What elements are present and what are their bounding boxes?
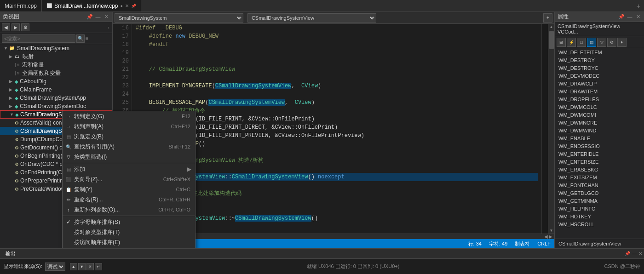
prop-minimize-icon[interactable]: —	[627, 14, 633, 20]
prop-wm-dropfiles[interactable]: WM_DROPFILES	[555, 95, 644, 103]
prop-events-btn[interactable]: ⚡	[567, 38, 576, 47]
method-icon-cview2: ⚙	[15, 129, 19, 134]
vertical-scrollbar[interactable]: ▲ ▼	[548, 24, 554, 234]
ctx-group-type[interactable]: 按对象类型分组(U)	[63, 247, 195, 248]
class-search-input[interactable]	[2, 34, 75, 43]
prop-wm-erasebkg[interactable]: WM_ERASEBKG	[555, 166, 644, 173]
ctx-rename[interactable]: ✏ 重命名(R)... Ctrl+R, Ctrl+R	[63, 194, 195, 205]
bottom-panel: 输出 📌 — ✕ 显示输出来源(S): 调试 ▲ ▼ ✕ ↵ 就绪 UX	[0, 248, 644, 274]
prop-subtitle-text: CSmallDrawingSystemView VCCod...	[558, 23, 620, 34]
prop-wm-hotkey[interactable]: WM_HOTKEY	[555, 212, 644, 220]
prop-wm-enteridle[interactable]: WM_ENTERIDLE	[555, 150, 644, 158]
nav-next-btn[interactable]: ▶	[549, 234, 552, 239]
tab-systemview[interactable]: ⬜ SmallDrawi...temView.cpp ● ✕ 📌	[42, 0, 141, 11]
prop-wm-dwmcomi[interactable]: WM_DWMCOMI	[555, 111, 644, 119]
class-dropdown[interactable]: SmallDrawingSystem	[115, 13, 243, 23]
prop-grid-btn[interactable]: ⊞	[557, 38, 566, 47]
scroll-up-btn[interactable]: ▲	[549, 24, 554, 30]
settings-btn[interactable]: ⚙	[21, 23, 29, 31]
prop-wm-helpinfo[interactable]: WM_HELPINFO	[555, 205, 644, 212]
ctx-browse-def[interactable]: ▤ 浏览定义(B)	[63, 131, 195, 142]
source-select[interactable]: 调试	[45, 263, 65, 271]
ctx-shortcut-copy: Ctrl+C	[176, 187, 190, 192]
scroll-thumb[interactable]	[549, 31, 554, 49]
prop-wm-dwmcolc[interactable]: WM_DWMCOLC	[555, 103, 644, 111]
ctx-find-refs[interactable]: 🔍 查找所有引用(A) Shift+F12	[63, 142, 195, 152]
prop-wm-dwmwind[interactable]: WM_DWMWIND	[555, 126, 644, 134]
prop-wm-deleteitem[interactable]: WM_DELETEITEM	[555, 48, 644, 56]
ctx-wizard[interactable]: ⬛ 类向导(Z)... Ctrl+Shift+X	[63, 174, 195, 184]
bottom-close-icon[interactable]: ✕	[638, 251, 642, 256]
editor-btn-1[interactable]: +	[543, 13, 552, 23]
prop-wm-destroyc[interactable]: WM_DESTROYC	[555, 64, 644, 72]
prop-wm-destroy[interactable]: WM_DESTROY	[555, 56, 644, 64]
ctx-sort-type[interactable]: 按对象类型排序(T)	[63, 227, 195, 237]
source-wrap-btn[interactable]: ↵	[95, 263, 102, 270]
prop-wm-drawclip[interactable]: WM_DRAWCLIP	[555, 80, 644, 87]
prop-wm-drawitem[interactable]: WM_DRAWITEM	[555, 87, 644, 95]
tree-item-cabout[interactable]: ▶ ◆ CAboutDlg	[0, 77, 112, 86]
file-icon: ⬜	[46, 3, 52, 8]
ln-22: 22	[115, 74, 129, 82]
prop-wm-getminma[interactable]: WM_GETMINMA	[555, 197, 644, 205]
ctx-sort-access[interactable]: 按访问顺序排序(E)	[63, 237, 195, 247]
prop-wm-hscroll[interactable]: WM_HSCROLL	[555, 220, 644, 228]
ctx-shortcut-goto-def: F12	[182, 114, 190, 119]
prop-wm-enable[interactable]: WM_ENABLE	[555, 134, 644, 142]
ln-17: 17	[115, 32, 129, 40]
prop-filter-btn[interactable]: ▽	[597, 38, 606, 47]
ctx-goto-def[interactable]: → 转到定义(G) F12	[63, 111, 195, 121]
prop-close-icon[interactable]: ✕	[635, 14, 641, 20]
minimize-icon[interactable]: —	[95, 14, 101, 20]
ctx-copy[interactable]: 📋 复制(Y) Ctrl+C	[63, 184, 195, 194]
ctx-add[interactable]: ▤ 添加 ▶	[63, 164, 195, 174]
filter-icon[interactable]: ≡	[86, 36, 88, 41]
tree-item-globals[interactable]: |◾ 全局函数和变量	[0, 69, 112, 77]
back-btn[interactable]: ◀	[2, 23, 10, 31]
prop-wm-devmodec[interactable]: WM_DEVMODEC	[555, 72, 644, 80]
prop-vars-btn[interactable]: □	[577, 38, 586, 47]
prop-wm-endsessio[interactable]: WM_ENDSESSIO	[555, 142, 644, 150]
prop-wm-dwmncre[interactable]: WM_DWMNCRE	[555, 119, 644, 126]
tree-item-map[interactable]: ▶ 🗂 映射	[0, 52, 112, 61]
pin-icon[interactable]: 📌	[86, 14, 93, 20]
tab-output[interactable]: 输出	[2, 250, 19, 257]
ctx-filter[interactable]: ▽ 按类型筛选(I)	[63, 152, 195, 162]
tree-item-root[interactable]: ▼ 📁 SmallDrawingSystem	[0, 44, 112, 52]
tree-item-cdoc[interactable]: ▶ ◆ CSmallDrawingSystemDoc	[0, 102, 112, 110]
search-btn[interactable]: 🔍	[76, 34, 85, 43]
prop-methods-btn[interactable]: ▤	[587, 38, 596, 47]
prop-pin-icon[interactable]: 📌	[618, 14, 625, 20]
prop-wm-entersize[interactable]: WM_ENTERSIZE	[555, 158, 644, 166]
code-line-34: CSmallDrawingSystemView::CSmallDrawingSy…	[136, 173, 538, 181]
ctx-goto-decl[interactable]: → 转到声明(A) Ctrl+F12	[63, 121, 195, 131]
source-up-btn[interactable]: ▲	[70, 263, 77, 270]
tab-pin-icon[interactable]: 📌	[131, 4, 136, 8]
source-down-btn[interactable]: ▼	[78, 263, 86, 270]
prop-titlebar-icons: 📌 — ✕	[618, 14, 641, 20]
nav-prev-btn[interactable]: ◀	[544, 234, 548, 239]
source-clear-btn[interactable]: ✕	[86, 263, 94, 270]
new-tab-btn[interactable]: +	[635, 2, 642, 10]
prop-wm-fontchan[interactable]: WM_FONTCHAN	[555, 181, 644, 189]
bottom-pin-icon[interactable]: 📌	[625, 251, 630, 256]
tab-close-btn[interactable]: ✕	[125, 3, 129, 8]
map-icon: 🗂	[15, 54, 21, 59]
prop-settings-btn[interactable]: ⚙	[607, 38, 616, 47]
ctx-sep-1	[63, 163, 195, 163]
tree-item-capp[interactable]: ▶ ◆ CSmallDrawingSystemApp	[0, 94, 112, 102]
prop-wm-exitsizem[interactable]: WM_EXITSIZEM	[555, 173, 644, 181]
forward-btn[interactable]: ▶	[12, 23, 20, 31]
prop-extra-btn[interactable]: ✦	[617, 38, 627, 47]
tab-mainfrm[interactable]: MainFrm.cpp	[0, 0, 42, 11]
method-dropdown[interactable]: CSmallDrawingSystemView	[247, 13, 376, 23]
method-icon-onprepare: ⚙	[15, 178, 19, 183]
scroll-down-btn[interactable]: ▼	[549, 228, 554, 234]
ctx-reorder[interactable]: ↕ 重新排列参数(O)... Ctrl+R, Ctrl+O	[63, 205, 195, 215]
bottom-minimize-icon[interactable]: —	[632, 251, 637, 256]
tree-item-cmain[interactable]: ▶ ◆ CMainFrame	[0, 86, 112, 94]
close-icon[interactable]: ✕	[103, 14, 109, 20]
ctx-sort-alpha[interactable]: ✓ 按字母顺序排序(S)	[63, 217, 195, 227]
tree-item-macros[interactable]: |◾ 宏和常量	[0, 61, 112, 69]
prop-wm-getdlgco[interactable]: WM_GETDLGCO	[555, 189, 644, 197]
